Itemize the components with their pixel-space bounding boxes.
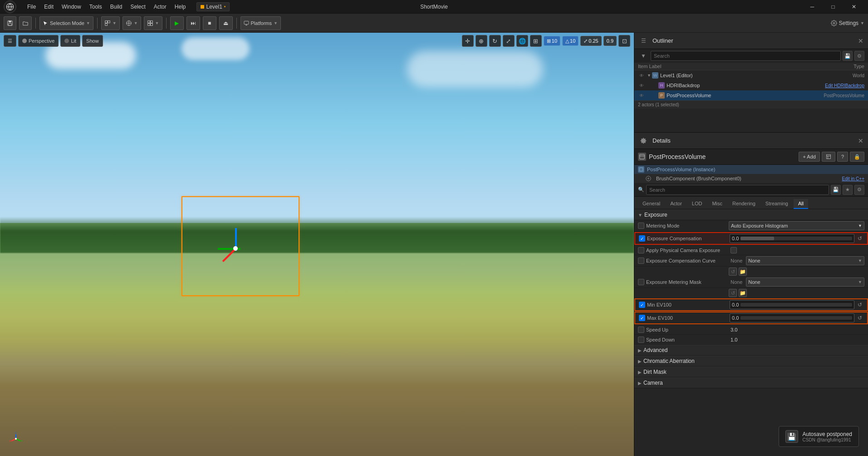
exp-mask-refresh-btn[interactable]: ↺ bbox=[729, 289, 737, 297]
details-content[interactable]: ▼ Exposure Metering Mode Auto Exposure H… bbox=[634, 209, 868, 456]
exp-curve-browse-btn[interactable]: 📁 bbox=[739, 268, 747, 276]
advanced-section-header[interactable]: ▶ Advanced bbox=[634, 345, 868, 356]
menu-tools[interactable]: Tools bbox=[86, 3, 106, 11]
exp-comp-curve-checkbox[interactable] bbox=[638, 258, 644, 264]
eye-icon-level[interactable]: 👁 bbox=[638, 72, 645, 79]
exp-curve-refresh-btn[interactable]: ↺ bbox=[729, 268, 737, 276]
outliner-search-input[interactable] bbox=[651, 51, 841, 61]
help-btn[interactable]: ? bbox=[837, 152, 848, 162]
tab-rendering[interactable]: Rendering bbox=[728, 199, 760, 209]
details-gear-btn[interactable]: ⚙ bbox=[854, 185, 864, 195]
toolbar-save-btn[interactable] bbox=[4, 16, 16, 30]
vp-move-icon[interactable]: ⊕ bbox=[476, 35, 487, 47]
settings-btn[interactable]: Settings ▼ bbox=[831, 20, 864, 26]
selection-mode-btn[interactable]: Selection Mode ▼ bbox=[39, 16, 93, 30]
outliner-row-hdri[interactable]: 👁 ▶ H HDRIBackdrop Edit HDRIBackdrop bbox=[634, 80, 868, 90]
eye-icon-ppv[interactable]: 👁 bbox=[638, 92, 645, 99]
view-mode-btn[interactable]: ▼ bbox=[144, 16, 162, 30]
menu-build[interactable]: Build bbox=[107, 3, 126, 11]
lock-btn[interactable]: 🔒 bbox=[850, 152, 864, 162]
edit-cpp-btn[interactable]: Edit in C++ bbox=[842, 176, 864, 181]
vp-scale-icon[interactable]: ⤢ bbox=[503, 35, 515, 47]
details-component-row[interactable]: BrushComponent (BrushComponent0) Edit in… bbox=[634, 174, 868, 183]
window-controls: ─ □ ✕ bbox=[802, 0, 864, 14]
exposure-compensation-input[interactable]: 0.0 bbox=[732, 236, 739, 241]
exposure-compensation-reset-btn[interactable]: ↺ bbox=[856, 235, 863, 242]
vp-world-icon[interactable]: 🌐 bbox=[516, 35, 528, 47]
menu-help[interactable]: Help bbox=[171, 3, 190, 11]
details-settings-icon[interactable] bbox=[638, 135, 649, 146]
outliner-save-btn[interactable]: 💾 bbox=[843, 51, 853, 61]
viewport[interactable]: ☰ Perspective Lit Show ✛ ⊕ ↻ ⤢ 🌐 ⊞ bbox=[0, 33, 634, 456]
exp-mask-browse-btn[interactable]: 📁 bbox=[739, 289, 747, 297]
close-button[interactable]: ✕ bbox=[843, 0, 864, 14]
max-ev100-reset-btn[interactable]: ↺ bbox=[856, 314, 863, 322]
min-ev100-checkbox[interactable]: ✓ bbox=[639, 302, 645, 308]
max-ev100-checkbox[interactable]: ✓ bbox=[639, 315, 645, 321]
platforms-btn[interactable]: Platforms ▼ bbox=[240, 16, 281, 30]
minimize-button[interactable]: ─ bbox=[802, 0, 823, 14]
menu-file[interactable]: File bbox=[24, 3, 39, 11]
maximize-button[interactable]: □ bbox=[823, 0, 843, 14]
details-search-input[interactable] bbox=[646, 185, 829, 195]
show-btn[interactable]: Show bbox=[82, 35, 103, 47]
chromatic-section-header[interactable]: ▶ Chromatic Aberration bbox=[634, 356, 868, 367]
hamburger-menu-btn[interactable]: ☰ bbox=[4, 35, 16, 47]
exposure-compensation-checkbox[interactable]: ✓ bbox=[639, 235, 645, 242]
outliner-close-btn[interactable]: ✕ bbox=[857, 37, 864, 45]
exposure-section-header[interactable]: ▼ Exposure bbox=[634, 209, 868, 220]
outliner-settings-btn[interactable]: ▼ bbox=[638, 50, 649, 61]
tab-general[interactable]: General bbox=[638, 199, 665, 209]
add-component-btn[interactable]: + Add bbox=[799, 152, 819, 162]
transform-btn[interactable]: ▼ bbox=[101, 16, 120, 30]
dirt-mask-section-header[interactable]: ▶ Dirt Mask bbox=[634, 367, 868, 377]
outliner-menu-btn[interactable]: ☰ bbox=[638, 35, 649, 46]
min-ev100-reset-btn[interactable]: ↺ bbox=[856, 301, 863, 308]
stop-button[interactable]: ■ bbox=[203, 16, 216, 30]
metering-mode-checkbox[interactable] bbox=[638, 223, 644, 229]
speed-down-checkbox[interactable] bbox=[638, 337, 644, 343]
eye-icon-hdri[interactable]: 👁 bbox=[638, 82, 645, 89]
vp-snap-badge[interactable]: 0.9 bbox=[603, 36, 617, 46]
level-tab[interactable]: Level1 • bbox=[196, 2, 230, 11]
tab-misc[interactable]: Misc bbox=[707, 199, 727, 209]
outliner-row-level[interactable]: 👁 ▼ W Level1 (Editor) World bbox=[634, 70, 868, 80]
perspective-btn[interactable]: Perspective bbox=[18, 35, 59, 47]
min-ev100-input[interactable]: 0.0 bbox=[732, 302, 739, 307]
vp-surface-icon[interactable]: ⊞ bbox=[530, 35, 542, 47]
toolbar-folder-btn[interactable] bbox=[19, 16, 32, 30]
apply-physical-checkbox[interactable] bbox=[638, 247, 644, 253]
details-close-btn[interactable]: ✕ bbox=[857, 137, 864, 144]
lit-btn[interactable]: Lit bbox=[60, 35, 80, 47]
exp-meter-mask-checkbox[interactable] bbox=[638, 279, 644, 285]
snap-btn[interactable]: ▼ bbox=[123, 16, 141, 30]
max-ev100-input[interactable]: 0.0 bbox=[732, 315, 739, 321]
vp-scale-badge[interactable]: ⤢ 0.25 bbox=[580, 36, 601, 46]
menu-window[interactable]: Window bbox=[58, 3, 85, 11]
details-instance-row[interactable]: PostProcessVolume (Instance) bbox=[634, 165, 868, 174]
details-save-btn[interactable]: 💾 bbox=[831, 185, 841, 195]
apply-physical-value-checkbox[interactable] bbox=[731, 247, 737, 253]
camera-section-header[interactable]: ▶ Camera bbox=[634, 377, 868, 388]
eject-button[interactable]: ⏏ bbox=[219, 16, 233, 30]
vp-angle-badge[interactable]: △ 10 bbox=[562, 36, 579, 46]
details-star-btn[interactable]: ★ bbox=[843, 185, 853, 195]
blueprint-btn[interactable] bbox=[822, 152, 835, 162]
skip-button[interactable]: ⏭ bbox=[186, 16, 200, 30]
play-button[interactable]: ▶ bbox=[170, 16, 184, 30]
vp-grid-badge[interactable]: ⊞ 10 bbox=[544, 36, 560, 46]
vp-cursor-icon[interactable]: ✛ bbox=[462, 35, 474, 47]
vp-rotate-icon[interactable]: ↻ bbox=[489, 35, 501, 47]
speed-up-checkbox[interactable] bbox=[638, 327, 644, 333]
outliner-settings2-btn[interactable]: ⚙ bbox=[854, 51, 864, 61]
tab-actor[interactable]: Actor bbox=[666, 199, 687, 209]
tab-all[interactable]: All bbox=[794, 199, 808, 209]
tab-streaming[interactable]: Streaming bbox=[761, 199, 793, 209]
outliner-row-ppv[interactable]: 👁 ▶ P PostProcessVolume PostProcessVolum… bbox=[634, 90, 868, 100]
menu-edit[interactable]: Edit bbox=[40, 3, 57, 11]
menu-select[interactable]: Select bbox=[127, 3, 149, 11]
tab-lod[interactable]: LOD bbox=[687, 199, 707, 209]
menu-actor[interactable]: Actor bbox=[150, 3, 170, 11]
vp-maximize-icon[interactable]: ⊡ bbox=[618, 35, 630, 47]
metering-mode-dropdown[interactable]: Auto Exposure Histogram ▼ bbox=[729, 221, 864, 230]
